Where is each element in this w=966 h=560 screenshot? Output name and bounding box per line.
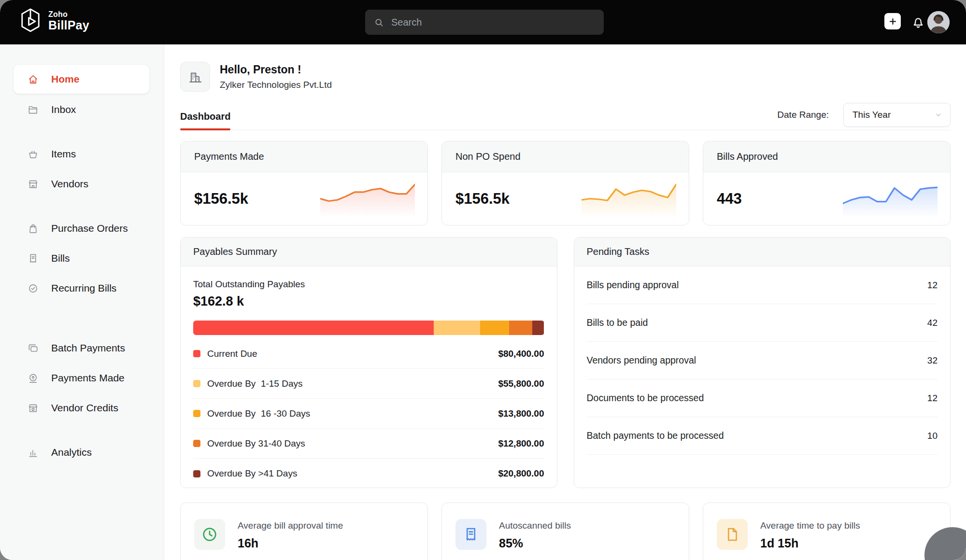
main-content: Hello, Preston ! Zylker Technologies Pvt… — [165, 44, 966, 560]
stat-card: Payments Made $156.5k — [180, 141, 428, 225]
sidebar-item-label: Bills — [51, 252, 70, 264]
notifications-button[interactable] — [911, 14, 925, 29]
stat-card-title: Payments Made — [181, 141, 427, 172]
sidebar-item-label: Recurring Bills — [51, 282, 116, 294]
stat-card-value: $156.5k — [455, 190, 510, 208]
sidebar-item[interactable]: Vendors — [0, 169, 164, 199]
legend-color-chip — [193, 380, 200, 387]
company-building-icon — [180, 62, 210, 92]
brand-logo[interactable]: Zoho BillPay — [19, 8, 89, 35]
legend-row: Overdue By 31-40 Days $12,800.00 — [193, 429, 544, 459]
legend-amount: $20,800.00 — [498, 468, 544, 479]
legend-color-chip — [193, 470, 200, 477]
bell-icon — [911, 14, 925, 29]
stat-card: Bills Approved 443 — [703, 141, 951, 225]
task-label: Documents to be processed — [587, 392, 704, 404]
brand-name-bottom: BillPay — [48, 19, 89, 31]
date-range-control: Date Range: This Year — [777, 103, 951, 127]
sidebar-nav: Home Inbox Items Vendors Purchase Orders… — [0, 44, 164, 560]
kpi-card: Autoscanned bills 85% — [441, 503, 689, 560]
pending-tasks-list: Bills pending approval 12 Bills to be pa… — [574, 266, 951, 455]
chevron-down-icon — [935, 111, 942, 119]
legend-color-chip — [193, 440, 200, 447]
sidebar-item[interactable]: Analytics — [0, 437, 164, 467]
greeting-title: Hello, Preston ! — [220, 63, 332, 76]
payables-summary-title: Payables Summary — [181, 238, 557, 266]
legend-color-chip — [193, 410, 200, 417]
task-count: 32 — [927, 355, 938, 366]
pending-task-row[interactable]: Bills to be paid 42 — [587, 304, 938, 342]
stat-cards-row: Payments Made $156.5k Non PO Spend $156.… — [180, 141, 951, 225]
kpi-value: 16h — [238, 536, 343, 550]
pending-task-row[interactable]: Batch payments to be processed 10 — [587, 417, 938, 455]
app-window: Zoho BillPay — [0, 0, 966, 560]
date-range-value: This Year — [852, 110, 891, 120]
sidebar-item-label: Inbox — [51, 104, 76, 115]
pending-task-row[interactable]: Bills pending approval 12 — [587, 266, 938, 304]
date-range-label: Date Range: — [777, 110, 829, 120]
tab-bar: Dashboard Date Range: This Year — [180, 103, 951, 130]
legend-amount: $55,800.00 — [498, 378, 544, 389]
sidebar-item-label: Analytics — [51, 447, 92, 458]
legend-amount: $13,800.00 — [498, 408, 544, 419]
sidebar-item[interactable]: Items — [0, 139, 164, 169]
quick-create-button[interactable] — [884, 13, 901, 29]
brand-name-top: Zoho — [48, 11, 89, 19]
task-count: 12 — [927, 280, 938, 291]
task-count: 42 — [927, 318, 938, 328]
legend-row: Overdue By >41 Days $20,800.00 — [193, 459, 544, 488]
stat-card: Non PO Spend $156.5k — [441, 141, 689, 225]
kpi-card: Average time to pay bills 1d 15h — [703, 503, 951, 560]
sidebar-item-label: Batch Payments — [51, 342, 125, 354]
sparkline-chart — [843, 182, 938, 218]
pending-task-row[interactable]: Vendors pending approval 32 — [587, 342, 938, 379]
payables-summary-panel: Payables Summary Total Outstanding Payab… — [180, 237, 557, 488]
sidebar-item[interactable]: Home — [14, 65, 149, 94]
legend-label: Overdue By 16 -30 Days — [207, 408, 310, 419]
kpi-label: Average time to pay bills — [760, 520, 860, 531]
kpi-label: Autoscanned bills — [499, 520, 571, 531]
stat-card-title: Bills Approved — [703, 141, 950, 172]
sidebar-item-label: Payments Made — [51, 372, 125, 384]
sidebar-item[interactable]: Recurring Bills — [0, 273, 164, 303]
sidebar-item[interactable]: Purchase Orders — [0, 213, 164, 243]
plus-icon — [888, 17, 897, 26]
date-range-select[interactable]: This Year — [843, 103, 951, 127]
task-label: Batch payments to be processed — [587, 430, 724, 441]
zoho-billpay-logo-icon — [19, 8, 42, 35]
total-outstanding-value: $162.8 k — [193, 294, 544, 309]
sparkline-chart — [582, 182, 676, 218]
kpi-cards-row: Average bill approval time 16h Autoscann… — [180, 503, 951, 560]
legend-label: Overdue By >41 Days — [207, 468, 297, 479]
task-count: 10 — [927, 431, 938, 441]
search-input[interactable] — [390, 16, 595, 28]
legend-amount: $80,400.00 — [498, 349, 544, 359]
total-outstanding-label: Total Outstanding Payables — [193, 279, 544, 290]
kpi-label: Average bill approval time — [238, 520, 343, 531]
task-label: Vendors pending approval — [587, 355, 696, 366]
sidebar-item[interactable]: Inbox — [0, 95, 164, 125]
user-avatar[interactable] — [927, 11, 950, 33]
sidebar-item[interactable]: Batch Payments — [0, 333, 164, 363]
sidebar-item[interactable]: Payments Made — [0, 363, 164, 393]
pending-tasks-title: Pending Tasks — [574, 238, 951, 266]
topbar: Zoho BillPay — [0, 0, 966, 44]
kpi-value: 1d 15h — [760, 536, 860, 550]
stat-card-value: $156.5k — [194, 190, 248, 208]
sidebar-item[interactable]: Vendor Credits — [0, 393, 164, 423]
legend-row: Overdue By 16 -30 Days $13,800.00 — [193, 399, 544, 429]
legend-label: Current Due — [207, 349, 257, 359]
stat-card-value: 443 — [717, 190, 742, 208]
greeting-block: Hello, Preston ! Zylker Technologies Pvt… — [180, 62, 951, 92]
legend-row: Current Due $80,400.00 — [193, 339, 544, 369]
pending-task-row[interactable]: Documents to be processed 12 — [587, 379, 938, 417]
sidebar-item[interactable]: Bills — [0, 243, 164, 273]
payables-stacked-bar — [193, 321, 544, 335]
panels-row: Payables Summary Total Outstanding Payab… — [180, 237, 951, 488]
tab-dashboard[interactable]: Dashboard — [180, 103, 230, 130]
sidebar-item-label: Home — [51, 73, 79, 85]
sidebar-item-label: Purchase Orders — [51, 223, 128, 234]
task-label: Bills pending approval — [587, 280, 679, 291]
kpi-value: 85% — [499, 536, 571, 550]
search-icon — [374, 17, 384, 28]
